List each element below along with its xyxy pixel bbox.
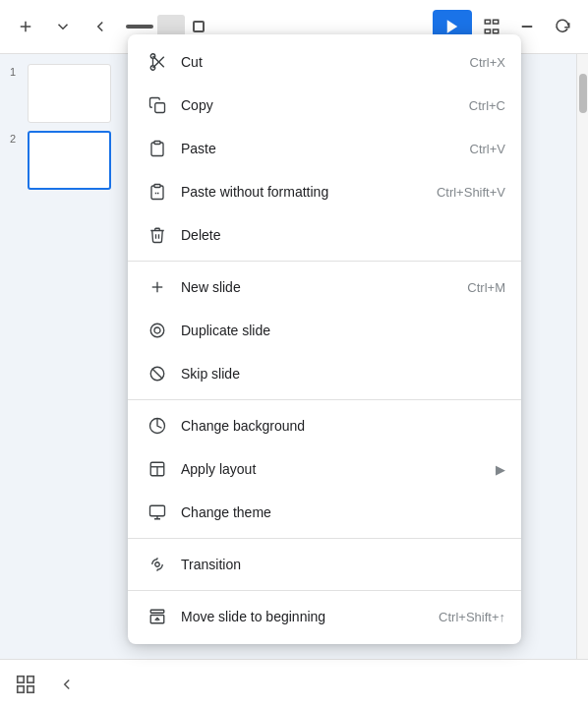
back-button[interactable] (85, 11, 116, 42)
grid-view-button[interactable] (10, 669, 41, 700)
cut-icon (144, 48, 171, 76)
menu-item-transition[interactable]: Transition (128, 543, 521, 586)
add-button[interactable] (10, 11, 41, 42)
svg-rect-11 (28, 685, 33, 691)
menu-item-background[interactable]: Change background (128, 404, 521, 447)
paste-icon (144, 135, 171, 162)
menu-item-move-beginning-label: Move slide to beginning (181, 609, 439, 624)
delete-icon (144, 221, 171, 249)
skip-icon (144, 360, 171, 387)
svg-rect-30 (150, 505, 165, 516)
menu-item-copy-label: Copy (181, 97, 469, 113)
menu-item-cut-label: Cut (181, 54, 470, 70)
menu-item-paste-shortcut: Ctrl+V (470, 142, 505, 156)
paste-plain-icon (144, 178, 171, 206)
new-slide-icon (144, 273, 171, 301)
apply-layout-arrow-icon: ▶ (496, 462, 505, 477)
transition-icon (144, 551, 171, 578)
svg-rect-18 (154, 142, 160, 145)
menu-item-delete-label: Delete (181, 227, 505, 243)
slide-2-number: 2 (10, 131, 22, 145)
context-menu: Cut Ctrl+X Copy Ctrl+C Paste Ctrl+V (128, 34, 521, 644)
svg-rect-4 (494, 20, 499, 24)
svg-marker-2 (447, 20, 458, 33)
menu-item-skip[interactable]: Skip slide (128, 352, 521, 395)
menu-item-move-beginning-shortcut: Ctrl+Shift+↑ (439, 610, 505, 624)
menu-item-background-label: Change background (181, 418, 505, 434)
divider-2 (128, 399, 521, 400)
svg-line-26 (152, 369, 163, 380)
divider-1 (128, 261, 521, 262)
svg-point-31 (155, 562, 160, 567)
dropdown-button[interactable] (47, 11, 79, 42)
toolbar-icon-bar (126, 25, 153, 29)
menu-item-copy-shortcut: Ctrl+C (469, 98, 505, 113)
menu-item-transition-label: Transition (181, 557, 505, 572)
menu-item-move-beginning[interactable]: Move slide to beginning Ctrl+Shift+↑ (128, 595, 521, 638)
slide-1-number: 1 (10, 64, 22, 78)
slide-panel: 1 2 (0, 54, 128, 708)
svg-point-24 (150, 324, 164, 337)
menu-item-new-slide[interactable]: New slide Ctrl+M (128, 266, 521, 309)
layout-icon (144, 455, 171, 483)
menu-item-duplicate[interactable]: Duplicate slide (128, 309, 521, 352)
toolbar-box-icon (193, 21, 205, 32)
slide-1-wrapper[interactable]: 1 (10, 64, 118, 123)
svg-rect-5 (485, 30, 490, 33)
slide-2-wrapper[interactable]: 2 (10, 131, 118, 190)
menu-item-cut-shortcut: Ctrl+X (470, 55, 505, 70)
collapse-panel-button[interactable] (51, 669, 83, 700)
slide-1-thumb[interactable] (28, 64, 111, 123)
bottom-bar (0, 659, 588, 708)
svg-rect-32 (150, 610, 164, 613)
menu-item-paste-plain-shortcut: Ctrl+Shift+V (437, 185, 505, 200)
menu-item-apply-layout-label: Apply layout (181, 461, 488, 477)
divider-4 (128, 590, 521, 591)
duplicate-icon (144, 317, 171, 344)
move-beginning-icon (144, 603, 171, 630)
svg-rect-8 (18, 676, 24, 681)
svg-point-23 (154, 327, 160, 333)
menu-item-paste-plain-label: Paste without formatting (181, 184, 437, 200)
menu-item-cut[interactable]: Cut Ctrl+X (128, 40, 521, 84)
slide-2-thumb[interactable] (28, 131, 111, 190)
refresh-button[interactable] (547, 11, 578, 42)
svg-rect-3 (485, 20, 490, 24)
menu-item-paste-label: Paste (181, 141, 470, 156)
menu-item-duplicate-label: Duplicate slide (181, 323, 505, 338)
copy-icon (144, 91, 171, 119)
menu-item-theme[interactable]: Change theme (128, 491, 521, 534)
svg-rect-10 (18, 685, 24, 691)
menu-item-paste-plain[interactable]: Paste without formatting Ctrl+Shift+V (128, 170, 521, 213)
menu-item-paste[interactable]: Paste Ctrl+V (128, 127, 521, 170)
menu-item-copy[interactable]: Copy Ctrl+C (128, 84, 521, 127)
menu-item-apply-layout[interactable]: Apply layout ▶ (128, 447, 521, 491)
menu-item-new-slide-shortcut: Ctrl+M (467, 280, 505, 295)
svg-rect-17 (155, 103, 165, 113)
svg-rect-9 (28, 676, 33, 681)
scrollbar-thumb[interactable] (579, 74, 587, 113)
menu-item-delete[interactable]: Delete (128, 213, 521, 257)
scrollbar-track (576, 54, 588, 659)
menu-item-theme-label: Change theme (181, 504, 505, 520)
background-icon (144, 412, 171, 440)
theme-icon (144, 499, 171, 526)
divider-3 (128, 538, 521, 539)
svg-rect-6 (494, 30, 499, 33)
svg-rect-19 (154, 185, 160, 188)
menu-item-skip-label: Skip slide (181, 366, 505, 382)
menu-item-new-slide-label: New slide (181, 279, 467, 295)
